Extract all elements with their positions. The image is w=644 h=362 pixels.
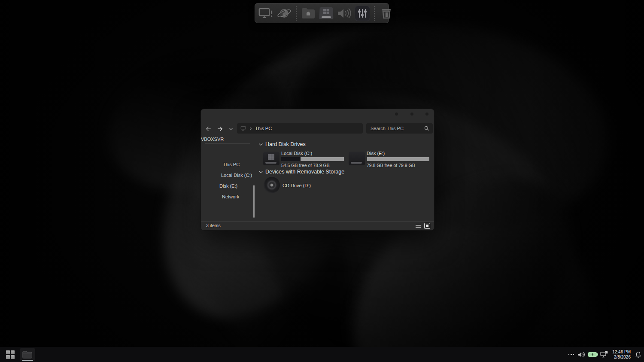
volume-icon[interactable]	[337, 5, 352, 21]
drive-cd-d[interactable]: CD Drive (D:)	[264, 177, 349, 194]
drive-slot	[351, 162, 362, 164]
status-bar: 3 items	[201, 221, 434, 230]
capacity-used	[367, 157, 367, 161]
capacity-bar	[367, 157, 429, 161]
drive-free-space: 79.8 GB free of 79.9 GB	[367, 163, 415, 168]
folder-home-icon[interactable]	[301, 5, 316, 21]
active-app-indicator	[22, 360, 33, 361]
dock-separator	[374, 6, 375, 21]
start-button[interactable]	[4, 349, 16, 361]
top-dock	[255, 3, 389, 23]
navigation-pane: This PC Local Disk (C:) Disk (E:) Networ…	[201, 134, 255, 222]
details-view-icon	[416, 224, 421, 228]
tray-volume-icon[interactable]	[577, 352, 585, 358]
globe-network-icon[interactable]	[276, 5, 292, 21]
history-chevron-icon[interactable]	[227, 125, 235, 133]
sidebar-item-network[interactable]: Network	[201, 192, 255, 202]
section-removable-storage[interactable]: Devices with Removable Storage	[258, 168, 344, 175]
cd-disc-icon	[264, 177, 280, 193]
details-view-button[interactable]	[415, 223, 421, 229]
windows-drive-icon[interactable]	[319, 5, 334, 21]
battery-charging-icon[interactable]	[588, 352, 597, 357]
computer-icon	[240, 126, 246, 131]
forward-button[interactable]	[216, 125, 224, 133]
clock-date: 2/8/2026	[612, 355, 631, 360]
drive-disk-e[interactable]: Disk (E:) 79.8 GB free of 79.9 GB	[349, 151, 431, 168]
maximize-button[interactable]	[410, 113, 413, 116]
mixer-sliders-icon[interactable]	[355, 6, 370, 21]
address-bar[interactable]: This PC	[237, 123, 363, 134]
drive-free-space: 54.5 GB free of 78.9 GB	[281, 163, 330, 168]
breadcrumb-chevron-icon	[249, 127, 252, 131]
taskbar-clock[interactable]: 12:46 PM 2/8/2026	[611, 350, 632, 360]
large-icons-view-button[interactable]	[424, 223, 430, 229]
item-count: 3 items	[206, 222, 221, 230]
windows-logo-icon	[268, 154, 274, 160]
drive-slot	[265, 162, 276, 164]
section-chevron-icon	[258, 142, 263, 147]
search-input[interactable]	[370, 125, 422, 131]
system-tray: 12:46 PM 2/8/2026	[568, 347, 641, 362]
section-title: Hard Disk Drives	[265, 141, 306, 147]
network-display-icon[interactable]	[600, 351, 608, 358]
hard-drive-icon	[263, 152, 279, 165]
notification-bell-icon[interactable]	[635, 351, 641, 358]
taskbar-file-explorer-button[interactable]	[20, 348, 35, 361]
dock-separator	[296, 6, 297, 21]
file-explorer-icon	[22, 350, 33, 359]
section-hard-disk-drives[interactable]: Hard Disk Drives	[258, 141, 306, 148]
drive-name: Disk (E:)	[367, 151, 385, 156]
folder-view: Hard Disk Drives Local Disk (C:) 54.5 GB…	[255, 134, 434, 222]
hard-drive-icon	[349, 152, 365, 165]
recycle-bin-icon[interactable]	[379, 5, 394, 21]
search-box[interactable]	[366, 123, 433, 134]
drive-name: Local Disk (C:)	[281, 151, 312, 156]
file-explorer-window: This PC This PC Local Disk (C:) Disk (E:…	[200, 109, 434, 231]
tray-overflow-icon[interactable]	[568, 354, 574, 355]
clock-time: 12:46 PM	[612, 350, 631, 355]
windows-start-icon	[6, 350, 15, 359]
desktop: This PC This PC Local Disk (C:) Disk (E:…	[0, 0, 644, 362]
sidebar-scrollbar[interactable]	[253, 185, 255, 218]
close-button[interactable]	[425, 113, 428, 116]
drive-name: CD Drive (D:)	[283, 183, 311, 188]
search-icon	[424, 126, 429, 131]
sidebar-item-this-pc[interactable]: This PC	[201, 159, 255, 170]
capacity-used	[281, 157, 301, 161]
capacity-bar	[281, 157, 344, 161]
back-button[interactable]	[204, 125, 212, 133]
drive-local-disk-c[interactable]: Local Disk (C:) 54.5 GB free of 78.9 GB	[263, 151, 346, 168]
sidebar-item-local-disk-c[interactable]: Local Disk (C:)	[201, 170, 255, 180]
breadcrumb[interactable]: This PC	[255, 126, 272, 131]
section-title: Devices with Removable Storage	[265, 169, 344, 175]
display-alert-icon[interactable]	[258, 5, 274, 21]
minimize-button[interactable]	[395, 113, 398, 116]
sidebar-item-vboxsvr[interactable]: VBOXSVR	[201, 134, 255, 144]
taskbar: 12:46 PM 2/8/2026	[0, 347, 644, 362]
section-chevron-icon	[258, 170, 263, 174]
sidebar-item-disk-e[interactable]: Disk (E:)	[201, 181, 255, 191]
